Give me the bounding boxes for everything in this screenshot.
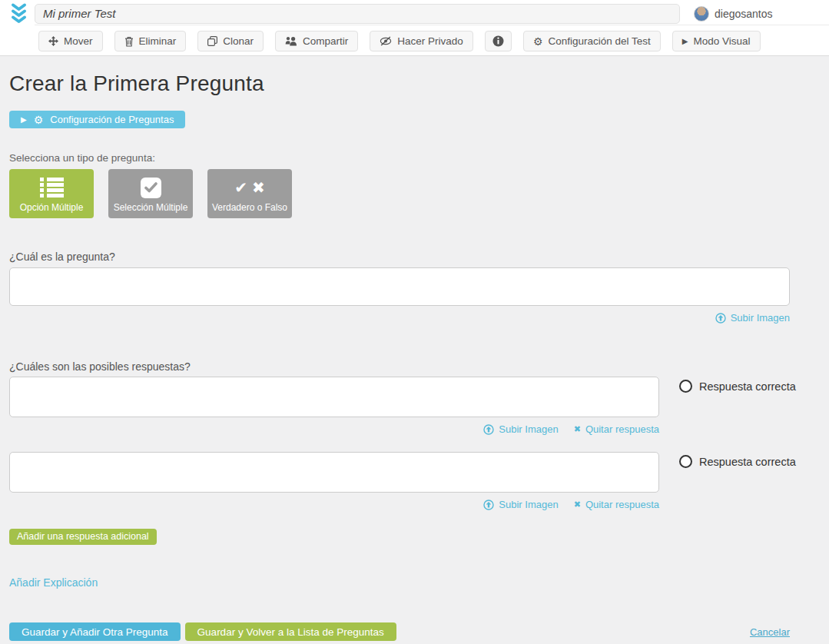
times-icon: ✖ <box>574 425 581 433</box>
visual-mode-button[interactable]: ▶ Modo Visual <box>672 31 761 51</box>
clone-button[interactable]: Clonar <box>197 31 264 51</box>
correct-answer-group-2: Respuesta correcta <box>679 452 796 469</box>
make-private-button[interactable]: Hacer Privado <box>370 31 473 51</box>
correct-answer-radio-1[interactable] <box>679 380 692 393</box>
type-multiple-select-button[interactable]: Selección Múltiple <box>108 169 193 218</box>
answer-row: Subir Imagen ✖ Quitar respuesta Respuest… <box>9 377 829 435</box>
type-multiple-select-label: Selección Múltiple <box>114 202 188 213</box>
trash-icon <box>124 36 134 47</box>
move-button[interactable]: Mover <box>38 31 103 51</box>
clone-icon <box>207 36 217 46</box>
answer-upload-image-link-2[interactable]: Subir Imagen <box>483 499 558 510</box>
gear-icon: ⚙ <box>34 115 44 125</box>
arrow-circle-up-icon <box>715 313 726 324</box>
answer-links-2: Subir Imagen ✖ Quitar respuesta <box>9 499 659 510</box>
save-and-return-button[interactable]: Guardar y Volver a la Lista de Preguntas <box>185 622 396 641</box>
check-square-icon <box>141 176 161 199</box>
delete-button-label: Eliminar <box>139 35 177 47</box>
list-icon <box>40 176 64 199</box>
question-upload-image-link[interactable]: Subir Imagen <box>715 312 790 324</box>
save-and-add-button[interactable]: Guardar y Añadir Otra Pregunta <box>9 622 181 641</box>
cancel-link[interactable]: Cancelar <box>750 626 790 638</box>
type-true-false-label: Verdadero o Falso <box>212 202 287 213</box>
angle-double-down-icon[interactable] <box>10 2 28 27</box>
correct-answer-label-1: Respuesta correcta <box>699 380 796 393</box>
type-multiple-choice-label: Opción Múltiple <box>20 202 84 213</box>
share-button[interactable]: Compartir <box>275 31 358 51</box>
delete-button[interactable]: Eliminar <box>114 31 187 51</box>
check-icon: ✔ <box>234 180 247 195</box>
question-textarea[interactable] <box>9 267 790 306</box>
remove-answer-link-2[interactable]: ✖ Quitar respuesta <box>574 499 659 510</box>
gear-icon: ⚙ <box>533 36 543 47</box>
avatar <box>694 6 709 22</box>
eye-slash-icon <box>380 36 392 46</box>
answer-links-1: Subir Imagen ✖ Quitar respuesta <box>9 423 659 435</box>
answer-upload-image-label-1: Subir Imagen <box>499 423 558 435</box>
play-icon: ▶ <box>682 38 688 45</box>
question-upload-row: Subir Imagen <box>9 312 790 324</box>
answers-label: ¿Cuáles son las posibles respuestas? <box>9 360 829 373</box>
correct-answer-label-2: Respuesta correcta <box>699 456 796 468</box>
title-row: diegosantos <box>35 0 829 25</box>
add-explanation-link[interactable]: Añadir Explicación <box>9 576 98 589</box>
times-icon: ✖ <box>252 180 265 195</box>
question-type-label: Selecciona un tipo de pregunta: <box>9 152 829 164</box>
test-settings-button[interactable]: ⚙ Configuración del Test <box>523 31 661 51</box>
type-multiple-choice-button[interactable]: Opción Múltiple <box>9 169 94 218</box>
remove-answer-label-2: Quitar respuesta <box>585 499 659 510</box>
caret-right-icon: ▶ <box>21 116 27 124</box>
correct-answer-group-1: Respuesta correcta <box>679 377 796 393</box>
user-menu[interactable]: diegosantos <box>694 6 773 22</box>
answer-textarea-2[interactable] <box>9 452 659 493</box>
answer-textarea-1[interactable] <box>9 377 659 417</box>
answer-input-column: Subir Imagen ✖ Quitar respuesta <box>9 377 659 435</box>
toolbar: Mover Eliminar Clonar <box>35 25 829 51</box>
arrows-move-icon <box>48 36 58 46</box>
test-settings-button-label: Configuración del Test <box>548 35 650 47</box>
info-circle-icon <box>492 35 504 47</box>
question-settings-button-label: Configuración de Preguntas <box>50 114 174 125</box>
top-bar: diegosantos Mover Eliminar <box>0 0 829 56</box>
arrow-circle-up-icon <box>483 500 494 510</box>
type-true-false-button[interactable]: ✔ ✖ Verdadero o Falso <box>207 169 292 218</box>
correct-answer-radio-2[interactable] <box>679 455 692 468</box>
question-label: ¿Cuál es la pregunta? <box>9 251 829 263</box>
clone-button-label: Clonar <box>223 35 254 47</box>
main-content: Crear la Primera Pregunta ▶ ⚙ Configurac… <box>0 71 829 641</box>
times-icon: ✖ <box>574 500 581 509</box>
check-times-icons: ✔ ✖ <box>234 176 265 199</box>
answer-row: Subir Imagen ✖ Quitar respuesta Respuest… <box>9 452 829 510</box>
remove-answer-link-1[interactable]: ✖ Quitar respuesta <box>574 423 659 435</box>
username: diegosantos <box>715 8 773 20</box>
page-title: Crear la Primera Pregunta <box>9 71 829 96</box>
info-button[interactable] <box>485 31 512 51</box>
bottom-actions: Guardar y Añadir Otra Pregunta Guardar y… <box>9 622 790 641</box>
answer-upload-image-label-2: Subir Imagen <box>499 499 558 510</box>
test-title-input[interactable] <box>35 4 680 24</box>
remove-answer-label-1: Quitar respuesta <box>585 423 659 435</box>
question-settings-button[interactable]: ▶ ⚙ Configuración de Preguntas <box>9 111 185 128</box>
make-private-button-label: Hacer Privado <box>397 35 463 47</box>
answer-input-column: Subir Imagen ✖ Quitar respuesta <box>9 452 659 510</box>
add-answer-button[interactable]: Añadir una respuesta adicional <box>9 529 157 545</box>
arrow-circle-up-icon <box>483 424 494 435</box>
question-type-selector: Opción Múltiple Selección Múltiple ✔ ✖ V… <box>9 169 829 218</box>
answer-upload-image-link-1[interactable]: Subir Imagen <box>483 423 558 435</box>
question-upload-image-label: Subir Imagen <box>731 312 790 324</box>
check-square-box <box>141 178 161 198</box>
visual-mode-button-label: Modo Visual <box>693 35 750 47</box>
share-button-label: Compartir <box>303 35 348 47</box>
move-button-label: Mover <box>64 35 93 47</box>
users-icon <box>285 36 297 46</box>
